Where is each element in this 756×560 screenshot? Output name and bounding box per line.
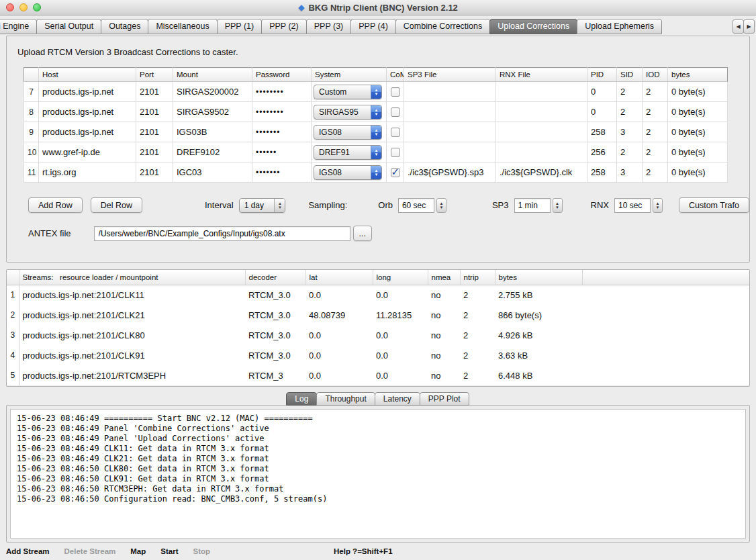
port-cell[interactable]: 2101	[136, 102, 173, 122]
iod-cell[interactable]: 2	[643, 162, 668, 183]
bytes-cell: 0 byte(s)	[668, 102, 728, 122]
iod-cell[interactable]: 2	[643, 102, 668, 122]
tab-ppp-1[interactable]: PPP (1)	[217, 19, 263, 34]
password-cell[interactable]: •••••••	[252, 122, 312, 142]
system-select[interactable]: IGS08	[314, 125, 382, 140]
interval-select[interactable]: 1 day	[239, 198, 286, 213]
password-cell[interactable]: ••••••••	[252, 82, 312, 102]
pid-cell[interactable]: 0	[587, 102, 617, 122]
tab-miscellaneous[interactable]: Miscellaneous	[148, 19, 217, 34]
com-checkbox[interactable]	[391, 168, 400, 177]
start-button[interactable]: Start	[160, 547, 178, 555]
custom-trafo-button[interactable]: Custom Trafo	[679, 197, 749, 213]
sid-cell[interactable]: 3	[617, 122, 643, 142]
port-cell[interactable]: 2101	[136, 82, 173, 102]
add-row-button[interactable]: Add Row	[28, 197, 83, 213]
mount-cell[interactable]: IGS03B	[173, 122, 252, 142]
tab-ppp-4[interactable]: PPP (4)	[350, 19, 396, 34]
zoom-window-button[interactable]	[33, 3, 41, 11]
rnx-sampling-value[interactable]: 10 sec	[614, 198, 651, 213]
stream-row[interactable]: 5 products.igs-ip.net:2101/RTCM3EPH RTCM…	[7, 365, 749, 385]
system-select[interactable]: IGS08	[314, 165, 382, 180]
stream-row[interactable]: 2 products.igs-ip.net:2101/CLK21 RTCM_3.…	[7, 305, 749, 325]
host-cell[interactable]: rt.igs.org	[39, 162, 136, 183]
tab-log[interactable]: Log	[286, 392, 317, 406]
close-window-button[interactable]	[6, 3, 14, 11]
com-checkbox[interactable]	[391, 107, 400, 117]
tab-upload-corrections[interactable]: Upload Corrections	[489, 19, 577, 34]
mount-cell[interactable]: DREF9102	[173, 142, 252, 162]
sid-cell[interactable]: 2	[617, 82, 643, 102]
log-line: 15-06-23 08:46:50 CLK91: Get data in RTC…	[17, 474, 739, 484]
sp3-stepper-icon[interactable]	[553, 198, 563, 213]
rnx-stepper-icon[interactable]	[653, 198, 663, 213]
antex-browse-button[interactable]: ...	[353, 226, 372, 241]
tab-engine[interactable]: i Engine	[0, 19, 37, 34]
mount-cell[interactable]: SIRGAS9502	[173, 102, 252, 122]
port-cell[interactable]: 2101	[136, 122, 173, 142]
tab-scroll-left-button[interactable]: ◀	[733, 19, 744, 34]
log-output[interactable]: 15-06-23 08:46:49 ========== Start BNC v…	[10, 409, 746, 539]
antex-file-input[interactable]	[94, 226, 350, 241]
pid-cell[interactable]: 258	[587, 122, 617, 142]
sid-cell[interactable]: 3	[617, 162, 643, 183]
sp3-file-cell[interactable]	[404, 142, 496, 162]
sp3-sampling-value[interactable]: 1 min	[514, 198, 551, 213]
del-row-button[interactable]: Del Row	[91, 197, 142, 213]
sp3-file-cell[interactable]	[404, 122, 496, 142]
mount-cell[interactable]: IGC03	[173, 162, 252, 183]
system-select[interactable]: Custom	[314, 85, 382, 99]
com-checkbox[interactable]	[391, 128, 400, 137]
tab-latency[interactable]: Latency	[375, 392, 420, 406]
pid-cell[interactable]: 0	[587, 82, 617, 102]
sp3-file-cell[interactable]: ./ic3${GPSWD}.sp3	[404, 162, 496, 183]
tab-ppp-3[interactable]: PPP (3)	[306, 19, 352, 34]
rnx-file-cell[interactable]	[496, 102, 587, 122]
password-cell[interactable]: ••••••	[252, 142, 312, 162]
tab-scroll-right-button[interactable]: ▶	[743, 19, 755, 34]
port-cell[interactable]: 2101	[136, 142, 173, 162]
sp3-file-cell[interactable]	[404, 82, 496, 102]
tab-combine-corrections[interactable]: Combine Corrections	[395, 19, 490, 34]
tab-outages[interactable]: Outages	[101, 19, 148, 34]
com-checkbox[interactable]	[391, 148, 400, 157]
password-cell[interactable]: ••••••••	[252, 102, 312, 122]
host-cell[interactable]: www.gref-ip.de	[39, 142, 136, 162]
iod-cell[interactable]: 2	[643, 142, 668, 162]
iod-cell[interactable]: 2	[643, 122, 668, 142]
sp3-file-cell[interactable]	[404, 102, 496, 122]
sid-cell[interactable]: 2	[617, 102, 643, 122]
system-select[interactable]: DREF91	[314, 145, 382, 160]
stream-row[interactable]: 3 products.igs-ip.net:2101/CLK80 RTCM_3.…	[7, 325, 749, 345]
port-cell[interactable]: 2101	[136, 162, 173, 183]
system-cell: IGS08	[312, 162, 387, 183]
pid-cell[interactable]: 256	[587, 142, 617, 162]
orb-stepper-icon[interactable]	[436, 198, 446, 213]
tab-serial-output[interactable]: Serial Output	[36, 19, 101, 34]
tab-ppp-2[interactable]: PPP (2)	[261, 19, 307, 34]
system-select[interactable]: SIRGAS95	[314, 105, 382, 120]
orb-sampling-value[interactable]: 60 sec	[398, 198, 434, 213]
map-button[interactable]: Map	[130, 547, 146, 555]
iod-cell[interactable]: 2	[643, 82, 668, 102]
sid-cell[interactable]: 2	[617, 142, 643, 162]
rnx-file-cell[interactable]	[496, 142, 587, 162]
host-cell[interactable]: products.igs-ip.net	[39, 122, 136, 142]
stream-row[interactable]: 1 products.igs-ip.net:2101/CLK11 RTCM_3.…	[7, 285, 749, 305]
add-stream-button[interactable]: Add Stream	[6, 547, 50, 555]
rnx-file-cell[interactable]: ./ic3${GPSWD}.clk	[496, 162, 587, 183]
rnx-file-cell[interactable]	[496, 122, 587, 142]
password-cell[interactable]: •••••••	[252, 162, 312, 183]
mount-cell[interactable]: SIRGAS200002	[173, 82, 252, 102]
com-checkbox[interactable]	[391, 87, 400, 97]
tab-upload-ephemeris[interactable]: Upload Ephemeris	[577, 19, 662, 34]
host-cell[interactable]: products.igs-ip.net	[39, 102, 136, 122]
rnx-file-cell[interactable]	[496, 82, 587, 102]
help-shortcut-label: Help ?=Shift+F1	[334, 547, 393, 555]
minimize-window-button[interactable]	[19, 3, 28, 11]
host-cell[interactable]: products.igs-ip.net	[39, 82, 136, 102]
tab-ppp-plot[interactable]: PPP Plot	[420, 392, 469, 406]
tab-throughput[interactable]: Throughput	[316, 392, 375, 406]
pid-cell[interactable]: 258	[587, 162, 617, 183]
stream-row[interactable]: 4 products.igs-ip.net:2101/CLK91 RTCM_3.…	[7, 345, 749, 365]
